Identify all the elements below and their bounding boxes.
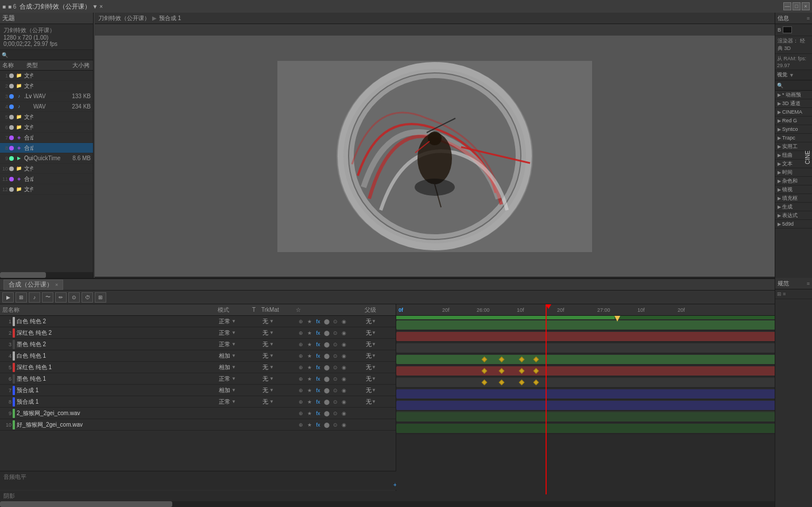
- tl-bar-4[interactable]: [396, 366, 810, 376]
- file-item-4[interactable]: 5 📁 文件夹: [0, 112, 93, 122]
- layer-mode[interactable]: 相加 ▼: [219, 386, 253, 394]
- sw-visibility[interactable]: ★: [306, 421, 314, 429]
- sw-anchor[interactable]: ⊕: [297, 340, 305, 349]
- layer-trkmat[interactable]: 无 ▼: [262, 318, 297, 326]
- sw-visibility[interactable]: ★: [306, 340, 314, 349]
- sw-3d[interactable]: ⊙: [331, 340, 339, 349]
- layer-mode[interactable]: 相加 ▼: [219, 352, 253, 360]
- sw-visibility[interactable]: ★: [306, 386, 314, 394]
- sw-3d[interactable]: ⊙: [331, 386, 339, 394]
- tl-bar-5[interactable]: [396, 378, 810, 387]
- file-item-9[interactable]: 10 📁 文件夹: [0, 164, 93, 174]
- effect-item-3[interactable]: ▶ Red G: [775, 117, 812, 125]
- tl-bar-2[interactable]: [396, 343, 810, 353]
- tl-audio-btn[interactable]: ♪: [29, 292, 40, 303]
- file-item-6[interactable]: 7 ◈ 合成: [0, 133, 93, 143]
- layer-trkmat[interactable]: 无 ▼: [262, 340, 297, 349]
- layer-parent[interactable]: 无 ▼: [366, 352, 395, 360]
- sw-motion[interactable]: ⬤: [323, 318, 331, 326]
- effect-item-6[interactable]: ▶ 实用工: [775, 142, 812, 151]
- layer-parent[interactable]: 无 ▼: [366, 386, 395, 394]
- effect-item-9[interactable]: ▶ 时间: [775, 168, 812, 177]
- effect-item-4[interactable]: ▶ Syntco: [775, 125, 812, 134]
- layer-row-0[interactable]: 1 白色 纯色 2 正常 ▼ 无 ▼ ⊕ ★ fx ⬤ ⊙ ◉ 无 ▼: [0, 316, 396, 327]
- layer-mode[interactable]: 正常 ▼: [219, 398, 253, 406]
- tl-bar-0[interactable]: [396, 320, 810, 330]
- tl-bar-9[interactable]: [396, 424, 810, 433]
- tl-scrollbar[interactable]: [0, 501, 812, 507]
- maximize-btn[interactable]: □: [792, 2, 801, 10]
- sw-fx[interactable]: fx: [314, 363, 322, 371]
- effect-item-5[interactable]: ▶ Trapc: [775, 134, 812, 142]
- layer-row-4[interactable]: 5 深红色 纯色 1 相加 ▼ 无 ▼ ⊕ ★ fx ⬤ ⊙ ◉ 无 ▼: [0, 362, 396, 373]
- tl-frame-btn[interactable]: ⊞: [16, 292, 27, 303]
- effect-item-15[interactable]: ▶ 5d9d: [775, 220, 812, 229]
- sw-solo[interactable]: ◉: [340, 398, 348, 406]
- layer-parent[interactable]: 无 ▼: [366, 375, 395, 383]
- effect-item-12[interactable]: ▶ 填充框: [775, 194, 812, 203]
- file-item-0[interactable]: 1 📁 文件夹: [0, 71, 93, 81]
- layer-mode[interactable]: 正常 ▼: [219, 375, 253, 383]
- sw-fx[interactable]: fx: [314, 375, 322, 383]
- file-item-1[interactable]: 2 📁 文件夹: [0, 81, 93, 91]
- sw-visibility[interactable]: ★: [306, 398, 314, 406]
- effect-item-14[interactable]: ▶ 表达式: [775, 211, 812, 220]
- layer-parent[interactable]: 无 ▼: [366, 363, 395, 371]
- tl-pen-btn[interactable]: ✏: [55, 292, 67, 303]
- sw-3d[interactable]: ⊙: [331, 318, 339, 326]
- tab-close-btn[interactable]: ▼ ×: [92, 3, 103, 10]
- layer-trkmat[interactable]: 无 ▼: [262, 363, 297, 371]
- sw-3d[interactable]: ⊙: [331, 375, 339, 383]
- sw-motion[interactable]: ⬤: [323, 363, 331, 371]
- tl-play-btn[interactable]: ▶: [2, 292, 14, 303]
- sw-anchor[interactable]: ⊕: [297, 329, 305, 337]
- effects-tab-arrow[interactable]: ▼: [789, 72, 794, 78]
- tl-extra-btn[interactable]: ⊞: [95, 292, 106, 303]
- sw-fx[interactable]: fx: [314, 329, 322, 337]
- sw-motion[interactable]: ⬤: [323, 386, 331, 394]
- layer-trkmat[interactable]: 无 ▼: [262, 386, 297, 394]
- sw-visibility[interactable]: ★: [306, 329, 314, 337]
- sw-solo[interactable]: ◉: [340, 340, 348, 349]
- layer-mode[interactable]: 正常 ▼: [219, 340, 253, 349]
- sw-motion[interactable]: ⬤: [323, 352, 331, 360]
- sw-visibility[interactable]: ★: [306, 352, 314, 360]
- sw-motion[interactable]: ⬤: [323, 409, 331, 417]
- sw-solo[interactable]: ◉: [340, 318, 348, 326]
- left-panel-scrollbar[interactable]: [0, 272, 93, 278]
- layer-trkmat[interactable]: 无 ▼: [262, 352, 297, 360]
- sw-motion[interactable]: ⬤: [323, 340, 331, 349]
- layer-mode[interactable]: 相加 ▼: [219, 363, 253, 371]
- sw-motion[interactable]: ⬤: [323, 375, 331, 383]
- sw-fx[interactable]: fx: [314, 318, 322, 326]
- sw-solo[interactable]: ◉: [340, 409, 348, 417]
- tl-bar-1[interactable]: [396, 332, 810, 341]
- effect-item-13[interactable]: ▶ 生成: [775, 203, 812, 211]
- layer-parent[interactable]: 无 ▼: [366, 318, 395, 326]
- file-item-8[interactable]: 9 ▶ QuickTime QuickTime 8.6 MB: [0, 153, 93, 164]
- layer-row-3[interactable]: 4 白色 纯色 1 相加 ▼ 无 ▼ ⊕ ★ fx ⬤ ⊙ ◉ 无 ▼: [0, 350, 396, 362]
- close-btn[interactable]: ×: [802, 2, 810, 10]
- tl-rp-icon1[interactable]: ⊞: [777, 291, 782, 297]
- sw-3d[interactable]: ⊙: [331, 363, 339, 371]
- breadcrumb-item-1[interactable]: 刀剑特效（公开课）: [98, 14, 150, 22]
- layer-row-1[interactable]: 2 深红色 纯色 2 正常 ▼ 无 ▼ ⊕ ★ fx ⬤ ⊙ ◉ 无 ▼: [0, 327, 396, 339]
- sw-3d[interactable]: ⊙: [331, 421, 339, 429]
- tl-target-btn[interactable]: ⊙: [68, 292, 80, 303]
- layer-row-9[interactable]: 10 好_猕猴网_2gei_com.wav ⊕ ★ fx ⬤ ⊙ ◉: [0, 419, 396, 431]
- sw-anchor[interactable]: ⊕: [297, 421, 305, 429]
- sw-visibility[interactable]: ★: [306, 318, 314, 326]
- sw-3d[interactable]: ⊙: [331, 409, 339, 417]
- sw-anchor[interactable]: ⊕: [297, 375, 305, 383]
- layer-trkmat[interactable]: 无 ▼: [262, 375, 297, 383]
- sw-solo[interactable]: ◉: [340, 329, 348, 337]
- layer-parent[interactable]: 无 ▼: [366, 398, 395, 406]
- sw-fx[interactable]: fx: [314, 398, 322, 406]
- layer-parent[interactable]: 无 ▼: [366, 340, 395, 349]
- sw-solo[interactable]: ◉: [340, 386, 348, 394]
- layer-row-8[interactable]: 9 2_猕猴网_2gei_com.wav ⊕ ★ fx ⬤ ⊙ ◉: [0, 408, 396, 419]
- sw-visibility[interactable]: ★: [306, 363, 314, 371]
- effect-item-10[interactable]: ▶ 杂色和: [775, 177, 812, 185]
- tl-bar-6[interactable]: [396, 389, 810, 398]
- effect-item-11[interactable]: ▶ 镜视: [775, 185, 812, 194]
